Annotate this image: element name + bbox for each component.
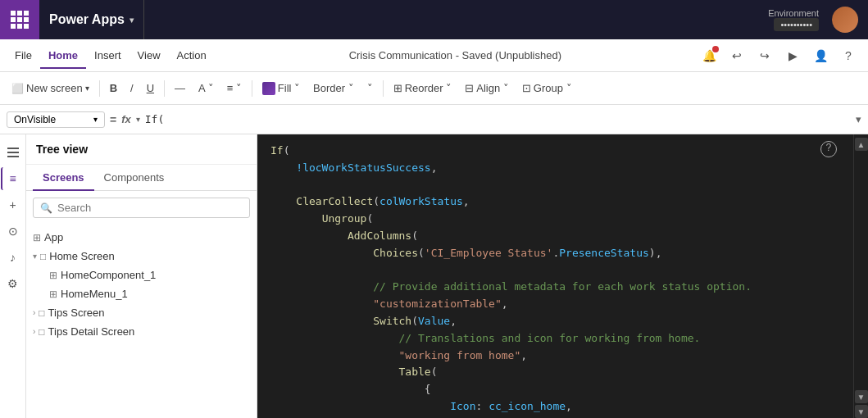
formula-input[interactable]: If( — [145, 113, 851, 125]
tree-view-icon: ≡ — [9, 172, 16, 185]
menu-bar: File Home Insert View Action Crisis Comm… — [0, 39, 868, 72]
align-text-button[interactable]: ≡ ˅ — [222, 79, 247, 98]
right-mini-panel: ▲ ▼ ▼ — [853, 134, 868, 418]
waffle-button[interactable] — [0, 0, 39, 39]
property-value: OnVisible — [14, 114, 56, 125]
text-size-button[interactable]: A ˅ — [193, 79, 219, 98]
italic-button[interactable]: / — [125, 79, 139, 98]
scroll-up-button[interactable]: ▲ — [855, 138, 868, 151]
main-content: ≡ + ⊙ ♪ ⚙ Tree view Screens Components 🔍 — [0, 134, 868, 418]
italic-icon: / — [130, 82, 134, 94]
property-dropdown[interactable]: OnVisible ▾ — [7, 111, 105, 128]
search-input[interactable] — [57, 202, 243, 214]
menu-file[interactable]: File — [7, 43, 40, 68]
user-icon: 👤 — [814, 49, 828, 62]
toolbar-separator-2 — [164, 80, 165, 97]
user-button[interactable]: 👤 — [807, 43, 834, 69]
settings-button[interactable]: ⚙ — [2, 272, 25, 295]
align-label: Align ˅ — [476, 82, 509, 94]
user-avatar[interactable] — [832, 7, 858, 33]
new-screen-button[interactable]: ⬜ New screen ▾ — [7, 79, 94, 98]
help-menu-button[interactable]: ? — [835, 43, 861, 69]
note-button[interactable]: ♪ — [2, 246, 25, 269]
align-obj-icon: ⊟ — [465, 82, 474, 94]
top-bar: Power Apps ▾ Environment •••••••••• — [0, 0, 868, 39]
tree-title: Tree view — [36, 143, 88, 156]
chevron-down-icon: ˅ — [367, 82, 373, 94]
strikethrough-button[interactable]: — — [170, 79, 190, 98]
tree-item-homecomponent[interactable]: ⊞ HomeComponent_1 — [26, 266, 257, 284]
underline-icon: U — [147, 82, 154, 94]
bold-button[interactable]: B — [105, 79, 122, 98]
tree-search-container: 🔍 — [33, 198, 250, 218]
border-button[interactable]: Border ˅ — [308, 79, 359, 98]
tree-item-label: HomeComponent_1 — [61, 269, 156, 281]
app-title-area[interactable]: Power Apps ▾ — [39, 0, 144, 39]
environment-area: Environment •••••••••• — [758, 7, 868, 33]
tree-item-label: Tips Screen — [48, 307, 105, 319]
code-editor[interactable]: ? If( !locWorkStatusSuccess, ClearCollec… — [257, 134, 853, 418]
code-content: If( !locWorkStatusSuccess, ClearCollect(… — [270, 143, 840, 416]
screen-icon: □ — [39, 307, 44, 319]
editor-help-button[interactable]: ? — [820, 141, 837, 157]
search-icon: 🔍 — [40, 202, 52, 214]
menu-insert[interactable]: Insert — [86, 43, 130, 68]
fill-label: Fill ˅ — [278, 82, 300, 94]
align-button[interactable]: ⊟ Align ˅ — [460, 79, 514, 98]
tree-item-label: App — [44, 231, 63, 243]
chevron-down-button[interactable]: ˅ — [362, 79, 378, 98]
tree-item-homemenu[interactable]: ⊞ HomeMenu_1 — [26, 284, 257, 303]
group-icon: ⊡ — [522, 82, 531, 94]
tree-panel: Tree view Screens Components 🔍 ⊞ App ▾ □… — [26, 134, 257, 418]
env-value[interactable]: •••••••••• — [774, 18, 819, 31]
play-icon: ▶ — [788, 49, 798, 62]
formula-expand-icon[interactable]: ▾ — [856, 113, 861, 125]
app-icon: ⊞ — [33, 232, 41, 243]
tree-item-label: Home Screen — [49, 250, 114, 262]
equals-sign: = — [110, 113, 116, 126]
strikethrough-icon: — — [175, 82, 185, 94]
tree-item-app[interactable]: ⊞ App — [26, 228, 257, 247]
play-button[interactable]: ▶ — [779, 43, 806, 69]
fill-icon — [262, 82, 275, 95]
toolbar: ⬜ New screen ▾ B / U — A ˅ ≡ ˅ Fill ˅ Bo… — [0, 72, 868, 105]
menu-home[interactable]: Home — [40, 43, 86, 68]
tab-screens[interactable]: Screens — [33, 165, 94, 190]
scroll-down-button[interactable]: ▼ — [855, 390, 868, 403]
question-icon: ? — [845, 49, 852, 62]
hamburger-button[interactable] — [2, 141, 25, 164]
redo-button[interactable]: ↪ — [752, 43, 778, 69]
undo-button[interactable]: ↩ — [724, 43, 750, 69]
note-icon: ♪ — [10, 251, 16, 264]
notifications-button[interactable]: 🔔 — [696, 43, 722, 69]
underline-button[interactable]: U — [142, 79, 159, 98]
scroll-down-2-button[interactable]: ▼ — [855, 405, 868, 418]
group-button[interactable]: ⊡ Group ˅ — [517, 79, 577, 98]
tree-item-tips-detail-screen[interactable]: › □ Tips Detail Screen — [26, 322, 257, 341]
tree-item-tips-screen[interactable]: › □ Tips Screen — [26, 303, 257, 322]
property-chevron: ▾ — [93, 115, 98, 124]
circle-dot-icon: ⊙ — [8, 225, 18, 238]
tab-components[interactable]: Components — [94, 165, 175, 190]
toolbar-separator-4 — [383, 80, 384, 97]
text-size-icon: A ˅ — [198, 82, 214, 94]
align-icon: ≡ ˅ — [227, 82, 242, 94]
menu-view[interactable]: View — [130, 43, 169, 68]
screen-icon: □ — [40, 251, 46, 262]
circle-dot-button[interactable]: ⊙ — [2, 220, 25, 243]
tree-view-button[interactable]: ≡ — [1, 167, 24, 190]
screen-icon: □ — [39, 326, 44, 338]
tree-item-label: Tips Detail Screen — [48, 325, 135, 338]
component-icon: ⊞ — [49, 270, 57, 281]
formula-chevron: ▾ — [136, 115, 140, 124]
fill-button[interactable]: Fill ˅ — [257, 79, 305, 98]
undo-icon: ↩ — [732, 49, 742, 62]
menu-action[interactable]: Action — [169, 43, 215, 68]
expand-arrow-icon: ▾ — [33, 252, 37, 261]
tree-item-home-screen[interactable]: ▾ □ Home Screen — [26, 247, 257, 266]
menu-icon: ⊞ — [49, 289, 57, 300]
app-status: Crisis Communication - Saved (Unpublishe… — [215, 49, 696, 61]
reorder-button[interactable]: ⊞ Reorder ˅ — [389, 79, 457, 98]
plus-button[interactable]: + — [2, 193, 25, 216]
app-title: Power Apps — [49, 12, 125, 27]
